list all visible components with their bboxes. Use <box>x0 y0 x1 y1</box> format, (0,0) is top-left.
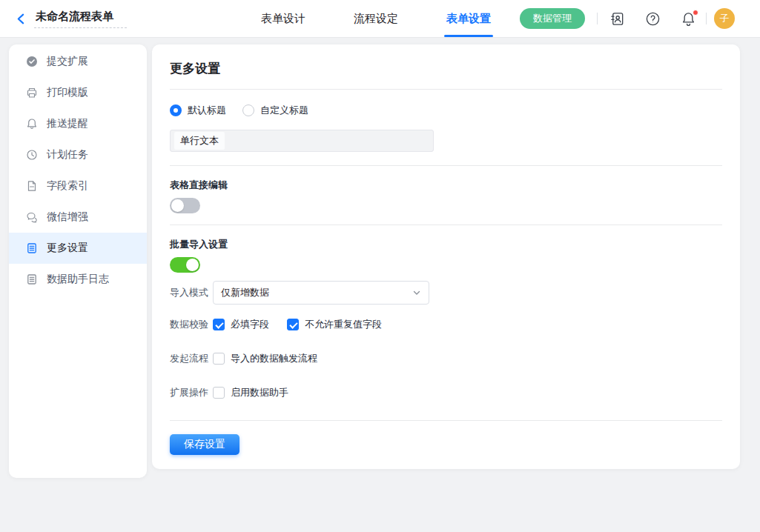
contact-book-icon[interactable] <box>609 11 625 27</box>
table-edit-toggle[interactable] <box>170 198 200 213</box>
checkbox-label: 导入的数据触发流程 <box>231 352 317 365</box>
checkbox-checked-icon <box>287 319 299 330</box>
notification-dot <box>693 10 698 16</box>
checkbox-label: 必填字段 <box>231 318 269 331</box>
batch-import-toggle[interactable] <box>170 257 200 273</box>
notification-bell-icon[interactable] <box>681 11 696 27</box>
page-title: 更多设置 <box>170 44 722 90</box>
field-token: 单行文本 <box>174 132 225 150</box>
radio-unselected-icon <box>242 104 254 116</box>
checkbox-label: 不允许重复值字段 <box>305 318 382 331</box>
sidebar-item-label: 计划任务 <box>47 148 88 162</box>
chevron-down-icon <box>412 288 421 297</box>
bell-icon <box>26 118 38 130</box>
sidebar-item-push-reminder[interactable]: 推送提醒 <box>9 108 147 139</box>
check-circle-icon <box>26 56 38 67</box>
toggle-knob <box>186 259 199 271</box>
trigger-flow-label: 发起流程 <box>170 352 208 365</box>
tab-flow-setting[interactable]: 流程设定 <box>354 0 398 37</box>
tab-form-settings[interactable]: 表单设置 <box>446 0 491 37</box>
avatar-text: 子 <box>720 12 730 25</box>
title-mode-radio-group: 默认标题 自定义标题 <box>170 104 722 117</box>
header-divider <box>597 13 598 24</box>
sidebar-item-label: 提交扩展 <box>47 55 88 68</box>
sidebar-item-more-settings[interactable]: 更多设置 <box>9 233 147 264</box>
doc-lines-icon <box>26 273 38 285</box>
sidebar-item-label: 推送提醒 <box>47 117 88 130</box>
content-area: 提交扩展 打印模版 推送提醒 <box>0 38 760 532</box>
checkbox-unchecked-icon <box>213 387 225 399</box>
checkbox-label: 启用数据助手 <box>231 386 288 399</box>
file-icon <box>26 180 38 192</box>
printer-icon <box>26 87 38 99</box>
import-mode-label: 导入模式 <box>170 286 208 299</box>
checkbox-no-duplicate-fields[interactable]: 不允许重复值字段 <box>287 318 382 331</box>
sidebar-item-label: 微信增强 <box>47 210 88 224</box>
radio-label: 默认标题 <box>188 104 226 117</box>
select-value: 仅新增数据 <box>221 286 269 299</box>
import-mode-row: 导入模式 仅新增数据 <box>170 281 722 305</box>
table-edit-label: 表格直接编辑 <box>170 179 722 192</box>
document-title[interactable]: 未命名流程表单 <box>34 9 127 28</box>
sidebar-item-label: 数据助手日志 <box>47 273 109 286</box>
doc-lines-icon <box>26 242 38 254</box>
sidebar-item-label: 打印模版 <box>47 86 88 99</box>
radio-default-title[interactable]: 默认标题 <box>170 104 226 117</box>
sidebar-item-data-assistant-log[interactable]: 数据助手日志 <box>9 264 147 295</box>
trigger-flow-row: 发起流程 导入的数据触发流程 <box>170 352 722 365</box>
checkbox-unchecked-icon <box>213 353 225 365</box>
top-header: 未命名流程表单 表单设计 流程设定 表单设置 数据管理 <box>0 0 760 38</box>
back-button[interactable] <box>15 13 27 25</box>
radio-label: 自定义标题 <box>260 104 308 117</box>
sidebar-item-wechat-enhance[interactable]: 微信增强 <box>9 202 147 233</box>
chevron-left-icon <box>15 13 27 25</box>
clock-icon <box>26 149 38 161</box>
sidebar-item-print-template[interactable]: 打印模版 <box>9 77 147 108</box>
extension-ops-row: 扩展操作 启用数据助手 <box>170 386 722 399</box>
sidebar-item-label: 更多设置 <box>47 242 88 255</box>
radio-custom-title[interactable]: 自定义标题 <box>242 104 308 117</box>
nav-tabs: 表单设计 流程设定 表单设置 <box>261 0 491 37</box>
save-row: 保存设置 <box>170 421 722 455</box>
data-validation-row: 数据校验 必填字段 不允许重复值字段 <box>170 318 722 331</box>
app-window: 未命名流程表单 表单设计 流程设定 表单设置 数据管理 <box>0 0 760 532</box>
settings-sidebar: 提交扩展 打印模版 推送提醒 <box>9 44 147 478</box>
batch-import-label: 批量导入设置 <box>170 238 722 251</box>
header-left: 未命名流程表单 <box>15 9 127 28</box>
help-icon[interactable] <box>645 11 661 27</box>
data-validation-label: 数据校验 <box>170 318 208 331</box>
data-manage-button[interactable]: 数据管理 <box>520 8 585 29</box>
user-avatar[interactable]: 子 <box>714 8 735 29</box>
radio-selected-icon <box>170 104 182 116</box>
title-mode-section: 默认标题 自定义标题 单行文本 <box>170 90 722 166</box>
batch-import-section: 批量导入设置 导入模式 仅新增数据 数据校验 必填字段 <box>170 225 722 421</box>
checkbox-imported-data-trigger[interactable]: 导入的数据触发流程 <box>213 352 317 365</box>
checkbox-required-fields[interactable]: 必填字段 <box>213 318 269 331</box>
checkbox-checked-icon <box>213 319 225 330</box>
sidebar-item-label: 字段索引 <box>47 179 88 193</box>
settings-panel: 更多设置 默认标题 自定义标题 单行文本 表格直接编辑 <box>152 44 740 469</box>
header-right: 数据管理 <box>520 0 735 37</box>
sidebar-item-scheduled-task[interactable]: 计划任务 <box>9 139 147 170</box>
table-edit-section: 表格直接编辑 <box>170 166 722 225</box>
default-title-input: 单行文本 <box>170 130 434 152</box>
import-mode-select[interactable]: 仅新增数据 <box>213 281 429 305</box>
checkbox-enable-data-assistant[interactable]: 启用数据助手 <box>213 386 288 399</box>
sidebar-item-submit-extension[interactable]: 提交扩展 <box>9 46 147 77</box>
header-divider <box>706 13 707 24</box>
toggle-knob <box>171 199 184 212</box>
save-settings-button[interactable]: 保存设置 <box>170 434 239 455</box>
sidebar-item-field-index[interactable]: 字段索引 <box>9 170 147 202</box>
tab-form-design[interactable]: 表单设计 <box>261 0 305 37</box>
extension-ops-label: 扩展操作 <box>170 386 208 399</box>
wechat-icon <box>26 211 38 223</box>
